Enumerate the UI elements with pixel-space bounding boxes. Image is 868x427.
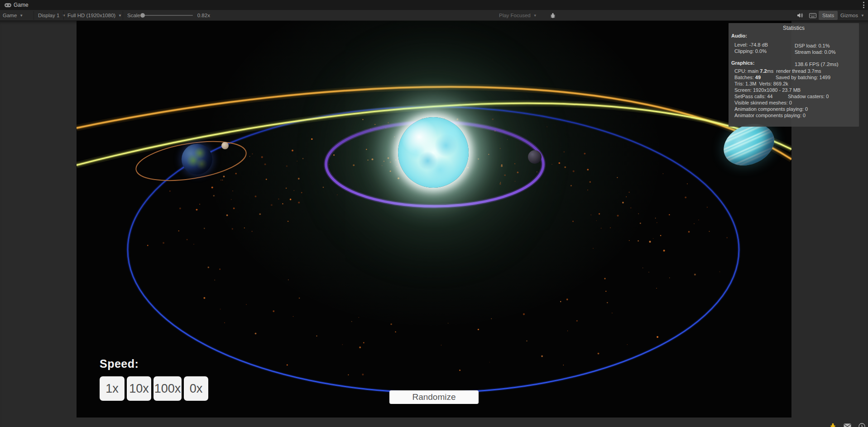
gizmos-label: Gizmos [840, 13, 858, 18]
play-focused-dropdown[interactable]: Play Focused ▼ [496, 10, 540, 21]
orbits-layer [77, 21, 791, 418]
batches-line: Batches: 49 [734, 75, 761, 80]
tab-game[interactable]: Game [0, 0, 33, 10]
audio-stream-load: Stream load: 0.0% [795, 49, 836, 55]
scale-slider[interactable] [142, 15, 193, 16]
tab-game-label: Game [14, 2, 29, 8]
scale-slider-knob[interactable] [140, 13, 145, 18]
status-bar-icons [830, 423, 865, 427]
audio-clipping: Clipping: 0.0% [734, 48, 767, 54]
console-warning-bug-icon[interactable] [830, 423, 836, 427]
statistics-panel: Statistics Audio: Level: -74.8 dB DSP lo… [729, 23, 859, 127]
statistics-title: Statistics [729, 25, 859, 31]
view-mode-label: Game [3, 13, 17, 18]
gizmos-dropdown[interactable]: Gizmos ▼ [838, 10, 867, 21]
chevron-down-icon: ▼ [118, 14, 122, 18]
star [398, 117, 469, 188]
saved-by-batching: Saved by batching: 1499 [776, 75, 830, 80]
setpass-calls: SetPass calls: 44 [734, 94, 772, 99]
kebab-menu-icon[interactable] [863, 2, 864, 8]
chevron-down-icon: ▼ [533, 14, 537, 18]
speed-100x-button[interactable]: 100x [153, 376, 182, 401]
mail-icon[interactable] [844, 423, 851, 427]
speed-1x-button[interactable]: 1x [100, 376, 125, 401]
stats-button-label: Stats [822, 13, 834, 18]
earth-moon [221, 142, 229, 149]
audio-dsp-load: DSP load: 0.1% [795, 43, 830, 48]
gamepad-icon [5, 3, 11, 8]
game-view-toolbar: Game ▼ Display 1 ▼ Full HD (1920x1080) ▼… [0, 10, 868, 21]
resolution-dropdown[interactable]: Full HD (1920x1080) ▼ [65, 10, 125, 21]
speed-10x-button[interactable]: 10x [127, 376, 151, 401]
earth-planet [182, 144, 212, 175]
randomize-button[interactable]: Randomize [389, 390, 479, 404]
purple-orbit-moon [528, 150, 542, 164]
divider [63, 11, 64, 20]
animation-components: Animation components playing: 0 [734, 106, 808, 112]
cpu-line: CPU: main 7.2ms render thread 3.7ms [734, 68, 821, 74]
mute-audio-icon[interactable] [795, 10, 805, 21]
unity-game-window: { "window": { "tab_label": "Game" }, "to… [0, 0, 868, 427]
keyboard-shortcuts-icon[interactable] [808, 10, 818, 21]
chevron-down-icon: ▼ [861, 14, 864, 18]
tab-bar: Game [0, 0, 868, 10]
audio-level: Level: -74.8 dB [734, 42, 768, 47]
fps-readout: 138.6 FPS (7.2ms) [795, 62, 839, 67]
stats-toggle-button[interactable]: Stats [819, 11, 838, 20]
chevron-down-icon: ▼ [19, 14, 23, 18]
animator-components: Animator components playing: 0 [734, 113, 806, 118]
scale-label: Scale [127, 13, 140, 18]
scale-control: Scale 0.82x [125, 10, 213, 21]
play-focused-label: Play Focused [499, 13, 531, 18]
speed-label: Speed: [100, 357, 139, 370]
tris-verts: Tris: 1.3M Verts: 869.2k [734, 81, 788, 86]
game-viewport[interactable]: Speed: 1x 10x 100x 0x Randomize [77, 21, 791, 418]
scale-value: 0.82x [197, 13, 210, 18]
speed-0x-button[interactable]: 0x [184, 376, 208, 401]
visible-skinned-meshes: Visible skinned meshes: 0 [734, 100, 792, 105]
display-label: Display 1 [38, 13, 59, 18]
graphics-heading: Graphics: [731, 60, 754, 66]
view-mode-dropdown[interactable]: Game ▼ [0, 10, 26, 21]
audio-heading: Audio: [731, 33, 747, 38]
resolution-label: Full HD (1920x1080) [67, 13, 115, 18]
debug-bug-icon[interactable] [548, 10, 558, 21]
divider [34, 11, 34, 20]
activity-clock-icon[interactable] [858, 423, 865, 427]
shadow-casters: Shadow casters: 0 [788, 94, 829, 99]
screen-line: Screen: 1920x1080 - 23.7 MB [734, 87, 801, 93]
divider [123, 11, 123, 20]
